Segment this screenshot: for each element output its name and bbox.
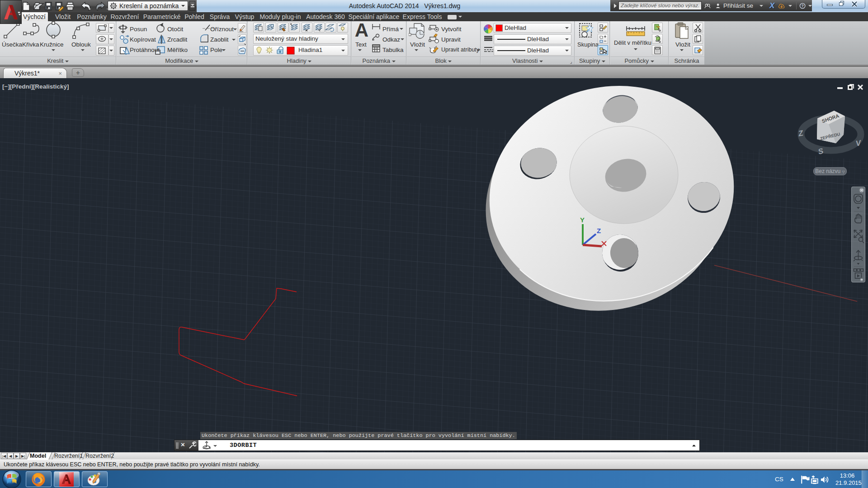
svg-text:Z: Z: [597, 227, 601, 235]
svg-text:Y: Y: [580, 216, 585, 224]
svg-text:?: ?: [801, 4, 803, 8]
